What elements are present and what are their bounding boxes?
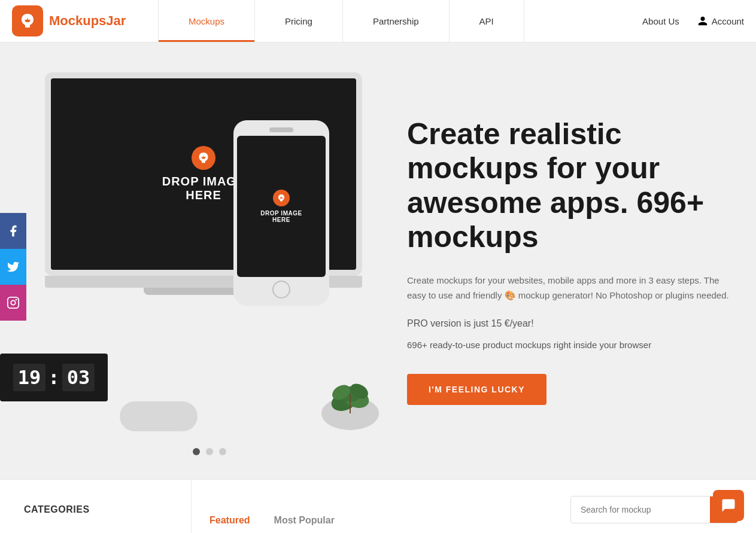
- instagram-link[interactable]: [0, 285, 26, 321]
- carousel-dots: [193, 448, 226, 455]
- hero-image-area: DROP IMAGEHERE DROP IMAGEHERE 19 : 03: [0, 42, 395, 479]
- nav-right: About Us Account: [642, 16, 756, 26]
- hero-content: Create realistic mockups for your awesom…: [395, 81, 756, 441]
- hero-title: Create realistic mockups for your awesom…: [407, 117, 732, 255]
- hero-stats-text: 696+ ready-to-use product mockups right …: [407, 340, 732, 350]
- svg-point-1: [11, 300, 15, 304]
- carousel-dot-2[interactable]: [206, 448, 213, 455]
- nav-links: Mockups Pricing Partnership API: [159, 0, 524, 42]
- hero-pro-text: PRO version is just 15 €/year!: [407, 318, 732, 329]
- clock-minutes: 03: [62, 364, 95, 391]
- account-link[interactable]: Account: [697, 16, 744, 26]
- facebook-icon: [7, 224, 20, 237]
- account-label: Account: [712, 16, 744, 26]
- carousel-dot-1[interactable]: [193, 448, 200, 455]
- about-us-link[interactable]: About Us: [642, 16, 679, 26]
- twitter-icon: [7, 260, 20, 273]
- phone-mockup: DROP IMAGEHERE: [233, 120, 329, 306]
- search-input[interactable]: [571, 505, 710, 514]
- mouse-decoration: [120, 401, 198, 431]
- plant-svg: [317, 371, 383, 431]
- logo-svg: [18, 11, 37, 31]
- tab-most-popular[interactable]: Most Popular: [274, 515, 335, 533]
- clock-hours: 19: [13, 364, 46, 391]
- phone-home-button: [272, 281, 290, 299]
- chat-widget[interactable]: [713, 490, 744, 521]
- svg-point-2: [16, 299, 17, 300]
- laptop-drop-text: DROP IMAGEHERE: [162, 175, 245, 202]
- nav-item-partnership[interactable]: Partnership: [342, 0, 450, 42]
- nav-item-pricing[interactable]: Pricing: [254, 0, 343, 42]
- instagram-icon: [7, 296, 20, 309]
- nav-item-mockups[interactable]: Mockups: [158, 0, 255, 42]
- tab-featured[interactable]: Featured: [210, 515, 250, 533]
- chat-icon: [720, 497, 737, 514]
- facebook-link[interactable]: [0, 213, 26, 249]
- carousel-dot-3[interactable]: [219, 448, 226, 455]
- logo-text: MockupsJar: [49, 13, 126, 29]
- hero-section: DROP IMAGEHERE DROP IMAGEHERE 19 : 03: [0, 42, 756, 479]
- nav-logo[interactable]: MockupsJar: [0, 5, 159, 36]
- navbar: MockupsJar Mockups Pricing Partnership A…: [0, 0, 756, 42]
- phone-drop-text: DROP IMAGEHERE: [260, 210, 302, 223]
- plant-decoration: [317, 371, 383, 425]
- person-icon: [697, 16, 708, 26]
- social-sidebar: [0, 213, 26, 321]
- twitter-link[interactable]: [0, 249, 26, 285]
- hero-description: Create mockups for your websites, mobile…: [407, 273, 730, 303]
- categories-label: CATEGORIES: [24, 504, 90, 515]
- laptop-drop-logo: [192, 146, 215, 170]
- svg-rect-0: [8, 297, 19, 307]
- bottom-bar: CATEGORIES Featured Most Popular: [0, 479, 756, 533]
- logo-icon: [12, 5, 43, 36]
- feeling-lucky-button[interactable]: I'M FEELING LUCKY: [407, 374, 546, 405]
- logo-accent: Jar: [106, 13, 126, 28]
- nav-item-api[interactable]: API: [449, 0, 524, 42]
- clock-widget: 19 : 03: [0, 354, 108, 401]
- phone-drop-logo: [273, 190, 290, 206]
- tabs-section: Featured Most Popular: [192, 480, 552, 533]
- logo-main: Mockups: [49, 13, 106, 28]
- categories-section: CATEGORIES: [0, 480, 192, 533]
